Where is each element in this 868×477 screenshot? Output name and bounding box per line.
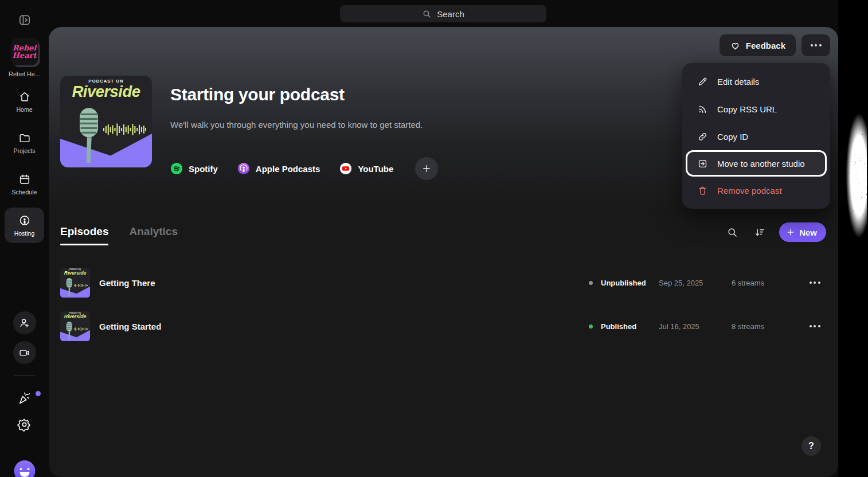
help-button[interactable]: ? (801, 436, 821, 456)
tab-analytics[interactable]: Analytics (129, 225, 177, 245)
page-subtitle: We'll walk you through everything you ne… (170, 120, 423, 130)
party-popper-icon (17, 390, 32, 405)
more-icon (810, 281, 820, 284)
spotify-icon (170, 162, 183, 175)
sidebar-item-schedule[interactable]: Schedule (5, 166, 44, 202)
search-icon (726, 226, 738, 238)
page-title: Starting your podcast (170, 85, 345, 104)
workspace-name: Rebel He... (9, 71, 40, 77)
episode-more-button[interactable] (803, 325, 826, 327)
platform-spotify[interactable]: Spotify (170, 162, 218, 175)
folder-icon (18, 132, 31, 144)
sidebar-item-hosting[interactable]: Hosting (5, 208, 44, 243)
sidebar-collapse-button[interactable] (17, 13, 32, 28)
new-episode-label: New (799, 228, 817, 237)
episode-title: Getting Started (99, 322, 589, 331)
sidebar-item-label: Projects (14, 147, 36, 154)
camera-button[interactable] (13, 341, 36, 364)
episode-list-controls: New (724, 222, 826, 242)
waveform-illustration (74, 327, 88, 331)
menu-item-edit-details[interactable]: Edit details (682, 68, 830, 95)
apple-podcasts-icon (237, 162, 250, 175)
menu-item-remove-podcast[interactable]: Remove podcast (682, 177, 830, 204)
video-camera-icon (18, 347, 30, 359)
new-episode-button[interactable]: New (779, 222, 826, 242)
cover-art-line2: Riverside (60, 271, 90, 276)
platform-youtube[interactable]: YouTube (339, 162, 393, 175)
episode-sort-button[interactable] (752, 224, 768, 240)
episode-status: Published (589, 322, 659, 331)
main-panel: Feedback PODCAST ON Riverside Starting y… (49, 27, 838, 477)
cover-art-line2: Riverside (60, 314, 90, 319)
search-input[interactable]: Search (340, 5, 546, 22)
menu-item-label: Copy RSS URL (717, 104, 777, 114)
platform-label: Apple Podcasts (256, 164, 320, 174)
menu-item-label: Edit details (717, 77, 759, 87)
podcast-more-button[interactable] (801, 34, 830, 56)
app-window: Search Rebel Heart Rebel He... Home Proj… (0, 0, 868, 477)
status-label: Published (601, 322, 636, 331)
menu-item-label: Copy ID (717, 132, 748, 142)
table-row[interactable]: PODCAST ON Riverside Getting There Unpub… (60, 261, 826, 304)
sort-descending-icon (754, 226, 766, 238)
microphone-illustration (75, 106, 103, 165)
sidebar-divider (14, 375, 35, 376)
podcast-context-menu: Edit details Copy RSS URL Copy ID Move t… (682, 63, 830, 209)
platform-label: Spotify (189, 164, 218, 174)
sidebar-item-home[interactable]: Home (5, 84, 44, 119)
rss-icon (697, 104, 708, 115)
add-platform-button[interactable] (415, 157, 438, 180)
help-label: ? (808, 441, 814, 451)
episode-streams: 6 streams (732, 279, 803, 287)
workspace-logo-line2: Heart (13, 52, 37, 59)
gear-icon (17, 417, 32, 432)
workspace-switcher[interactable]: Rebel Heart Rebel He... (0, 38, 49, 77)
home-icon (18, 91, 31, 103)
menu-item-label: Remove podcast (717, 186, 782, 196)
screen-noise-artifact (839, 112, 867, 310)
menu-item-move-to-another-studio[interactable]: Move to another studio (686, 150, 827, 177)
plus-icon (421, 163, 432, 174)
sidebar-item-projects[interactable]: Projects (5, 125, 44, 161)
settings-button[interactable] (16, 416, 33, 433)
sidebar-nav: Home Projects Schedule Hosting (0, 84, 49, 243)
person-add-icon (18, 317, 30, 329)
episode-status: Unpublished (589, 279, 659, 287)
cover-art-line2: Riverside (60, 84, 152, 100)
whats-new-button[interactable] (16, 389, 33, 406)
link-icon (697, 131, 708, 142)
tab-episodes[interactable]: Episodes (60, 225, 108, 245)
episode-title: Getting There (99, 278, 589, 288)
table-row[interactable]: PODCAST ON Riverside Getting Started Pub… (60, 304, 826, 348)
episode-streams: 8 streams (732, 322, 803, 331)
workspace-logo: Rebel Heart (11, 38, 38, 65)
sidebar-toggle-icon (17, 13, 32, 28)
episode-search-button[interactable] (724, 224, 740, 240)
episode-more-button[interactable] (803, 281, 826, 284)
calendar-icon (18, 173, 31, 186)
heart-icon (730, 40, 741, 51)
tab-bar: Episodes Analytics (60, 225, 178, 245)
menu-item-copy-rss-url[interactable]: Copy RSS URL (682, 95, 830, 123)
trash-icon (697, 185, 708, 196)
episode-thumbnail: PODCAST ON Riverside (60, 268, 90, 298)
platform-label: YouTube (358, 164, 393, 174)
feedback-button[interactable]: Feedback (720, 34, 796, 56)
sidebar-item-label: Hosting (14, 230, 35, 237)
sidebar-item-label: Home (16, 106, 32, 113)
podcast-icon (18, 214, 31, 227)
menu-item-copy-id[interactable]: Copy ID (682, 123, 830, 150)
move-studio-icon (697, 158, 708, 169)
sidebar: Rebel Heart Rebel He... Home Projects Sc… (0, 0, 49, 477)
more-icon (810, 325, 820, 327)
user-avatar[interactable] (14, 460, 35, 477)
waveform-illustration (103, 123, 146, 136)
episode-list: PODCAST ON Riverside Getting There Unpub… (60, 261, 826, 348)
panel-top-actions: Feedback (720, 34, 830, 56)
microphone-illustration (65, 277, 74, 296)
search-placeholder: Search (437, 9, 464, 19)
invite-member-button[interactable] (13, 311, 36, 334)
platform-apple-podcasts[interactable]: Apple Podcasts (237, 162, 320, 175)
feedback-label: Feedback (746, 41, 785, 50)
youtube-icon (339, 162, 352, 175)
